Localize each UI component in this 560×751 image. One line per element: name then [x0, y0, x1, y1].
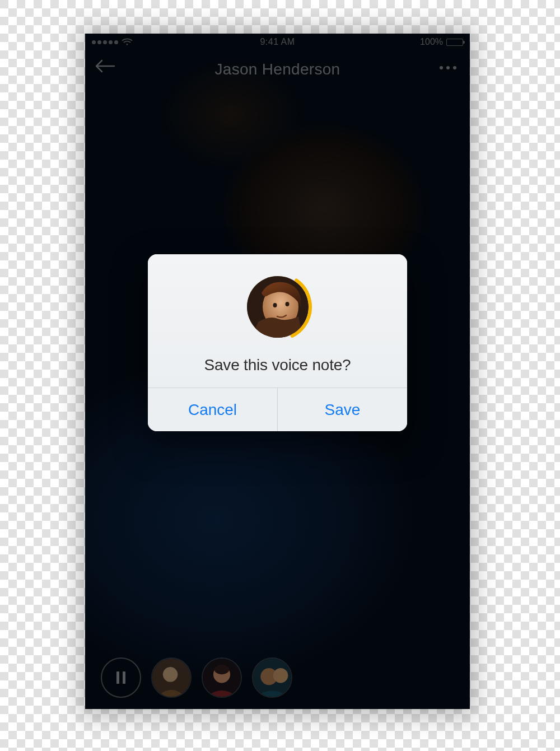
phone-screen: 9:41 AM 100% Jason Henderson [85, 34, 470, 709]
nav-bar: Jason Henderson [85, 53, 470, 86]
svg-point-0 [243, 272, 312, 342]
status-bar: 9:41 AM 100% [85, 34, 470, 50]
pause-icon [116, 671, 125, 684]
dialog-message: Save this voice note? [204, 356, 351, 374]
battery-icon [446, 39, 463, 46]
story-thumb-1[interactable] [151, 657, 192, 698]
save-voice-note-dialog: Save this voice note? Cancel Save [148, 254, 407, 431]
story-thumb-2[interactable] [202, 657, 242, 698]
save-button[interactable]: Save [278, 388, 407, 431]
svg-point-11 [273, 668, 288, 683]
bottom-strip [85, 657, 470, 698]
dialog-actions: Cancel Save [148, 388, 407, 431]
avatar-with-progress [243, 272, 312, 342]
more-icon [440, 66, 443, 69]
more-button[interactable] [440, 66, 456, 69]
cancel-button[interactable]: Cancel [148, 388, 278, 431]
progress-ring-icon [243, 272, 312, 342]
page-title: Jason Henderson [215, 60, 340, 78]
status-time: 9:41 AM [85, 37, 470, 47]
pause-button[interactable] [101, 657, 141, 698]
svg-point-6 [163, 667, 178, 682]
story-thumb-3[interactable] [252, 657, 292, 698]
